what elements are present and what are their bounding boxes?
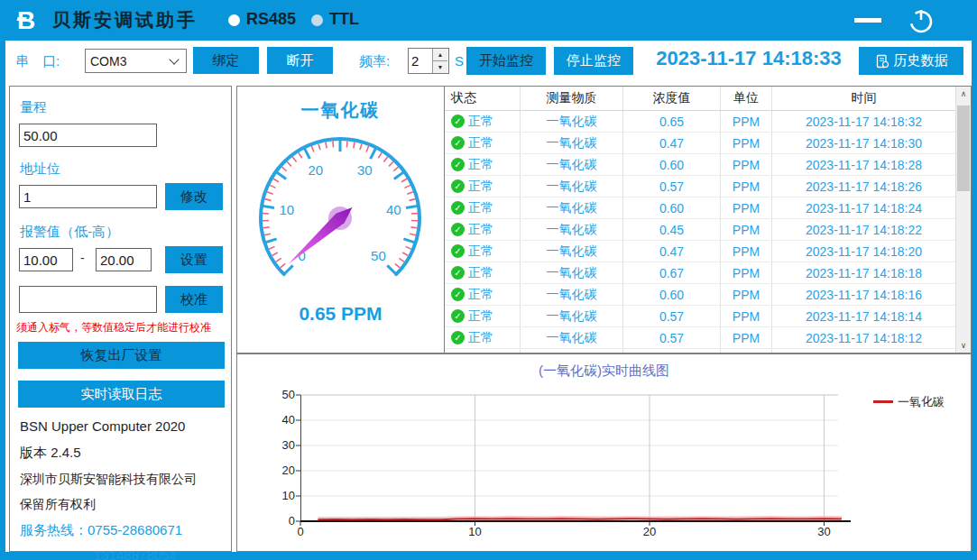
stop-monitor-button[interactable]: 停止监控 bbox=[554, 47, 633, 75]
status-text: 正常 bbox=[468, 114, 493, 130]
table-row: ✓ 正常 一氧化碳 0.57 PPM 2023-11-17 14:18:26 bbox=[445, 176, 955, 197]
header-value: 浓度值 bbox=[623, 87, 721, 110]
cell-value: 0.47 bbox=[623, 241, 721, 262]
calibration-note: 须通入标气，等数值稳定后才能进行校准 bbox=[16, 320, 211, 335]
read-log-button[interactable]: 实时读取日志 bbox=[18, 381, 225, 408]
spinner-up-button[interactable]: ▲ bbox=[433, 49, 447, 60]
legend-label: 一氧化碳 bbox=[898, 394, 945, 410]
alarm-low-input[interactable] bbox=[19, 248, 73, 271]
svg-text:40: 40 bbox=[386, 202, 401, 217]
factory-reset-button[interactable]: 恢复出厂设置 bbox=[18, 342, 225, 369]
set-button[interactable]: 设置 bbox=[165, 246, 223, 273]
status-ok-icon: ✓ bbox=[451, 288, 465, 301]
calibration-input[interactable] bbox=[19, 286, 157, 313]
gauge-panel: 一氧化碳 01020304050 0.65 PPM bbox=[236, 86, 445, 353]
table-row: ✓ 正常 一氧化碳 0.60 PPM 2023-11-17 14:18:16 bbox=[445, 284, 955, 306]
history-data-button[interactable]: 历史数据 bbox=[859, 47, 963, 75]
status-text: 正常 bbox=[468, 157, 493, 173]
frequency-input[interactable] bbox=[409, 49, 432, 73]
cell-time: 2023-11-17 14:18:16 bbox=[772, 284, 955, 305]
cell-value: 0.47 bbox=[623, 133, 721, 153]
power-close-button[interactable] bbox=[907, 6, 936, 35]
cell-status: ✓ 正常 bbox=[445, 111, 521, 132]
status-ok-icon: ✓ bbox=[451, 201, 465, 215]
readings-table: 状态 测量物质 浓度值 单位 时间 ✓ 正常 一氧化碳 0.65 PPM 202… bbox=[444, 86, 972, 353]
service-hotline: 服务热线：0755-28680671 bbox=[20, 522, 182, 539]
cell-unit: PPM bbox=[721, 284, 772, 305]
rs485-radio-label[interactable]: RS485 bbox=[246, 10, 296, 29]
minimize-icon bbox=[854, 18, 881, 23]
table-row: ✓ bbox=[445, 349, 955, 353]
modify-button[interactable]: 修改 bbox=[165, 183, 223, 210]
ttl-radio[interactable] bbox=[311, 14, 323, 26]
status-text: 正常 bbox=[468, 200, 493, 216]
cell-time: 2023-11-17 14:18:12 bbox=[772, 327, 955, 348]
cell-unit: PPM bbox=[721, 241, 772, 262]
cell-substance: 一氧化碳 bbox=[521, 327, 623, 348]
cell-value: 0.45 bbox=[623, 219, 721, 240]
start-monitor-button[interactable]: 开始监控 bbox=[466, 47, 546, 75]
settings-panel: 量程 地址位 修改 报警值（低-高） - 设置 校准 须通入标气，等数值稳定后才… bbox=[9, 86, 232, 552]
scrollbar-thumb[interactable] bbox=[957, 106, 970, 191]
cell-substance: 一氧化碳 bbox=[521, 154, 623, 175]
y-axis-tick-label: 20 bbox=[270, 464, 295, 477]
title-bar: B 贝斯安调试助手 RS485 TTL bbox=[0, 0, 977, 41]
y-axis-tick-label: 10 bbox=[270, 489, 295, 502]
port-select[interactable]: COM3 bbox=[85, 49, 187, 73]
cell-value: 0.60 bbox=[623, 284, 721, 305]
x-axis-tick-label: 20 bbox=[636, 525, 663, 538]
table-body: ✓ 正常 一氧化碳 0.65 PPM 2023-11-17 14:18:32 ✓… bbox=[445, 111, 955, 353]
cell-value: 0.57 bbox=[623, 306, 721, 326]
status-text: 正常 bbox=[468, 243, 493, 260]
status-ok-icon: ✓ bbox=[451, 223, 465, 236]
table-header: 状态 测量物质 浓度值 单位 时间 bbox=[445, 87, 955, 111]
gauge-title: 一氧化碳 bbox=[237, 98, 444, 123]
status-ok-icon: ✓ bbox=[451, 115, 465, 128]
cell-status: ✓ 正常 bbox=[445, 327, 521, 348]
table-row: ✓ 正常 一氧化碳 0.60 PPM 2023-11-17 14:18:24 bbox=[445, 197, 955, 219]
service-mobile: 13148878054 bbox=[94, 547, 177, 560]
x-axis-tick-label: 0 bbox=[287, 525, 314, 538]
scroll-down-icon[interactable]: ∨ bbox=[956, 338, 971, 353]
chevron-down-icon bbox=[169, 54, 179, 64]
y-axis-tick-label: 50 bbox=[270, 388, 295, 401]
y-axis-tick-label: 40 bbox=[270, 413, 295, 427]
cell-status: ✓ 正常 bbox=[445, 241, 521, 262]
y-axis-tick-label: 30 bbox=[270, 438, 295, 452]
table-scrollbar[interactable]: ∧ ∨ bbox=[955, 87, 971, 353]
ttl-radio-label[interactable]: TTL bbox=[329, 10, 359, 29]
scroll-up-icon[interactable]: ∧ bbox=[956, 87, 971, 101]
table-row: ✓ 正常 一氧化碳 0.47 PPM 2023-11-17 14:18:30 bbox=[445, 133, 955, 154]
cell-substance: 一氧化碳 bbox=[521, 176, 623, 197]
minimize-button[interactable] bbox=[848, 7, 888, 32]
cell-unit bbox=[721, 349, 772, 353]
range-input[interactable] bbox=[19, 124, 157, 147]
alarm-high-input[interactable] bbox=[96, 248, 152, 271]
status-text: 正常 bbox=[468, 308, 493, 325]
cell-unit: PPM bbox=[721, 197, 772, 218]
rs485-radio[interactable] bbox=[228, 14, 240, 26]
table-row: ✓ 正常 一氧化碳 0.67 PPM 2023-11-17 14:18:18 bbox=[445, 262, 955, 284]
svg-text:20: 20 bbox=[308, 162, 323, 178]
calibrate-button[interactable]: 校准 bbox=[165, 286, 223, 313]
disconnect-button[interactable]: 断开 bbox=[267, 47, 333, 74]
cell-substance bbox=[521, 349, 623, 353]
x-axis-tick-label: 10 bbox=[462, 525, 489, 538]
cell-substance: 一氧化碳 bbox=[521, 197, 623, 218]
cell-substance: 一氧化碳 bbox=[521, 219, 623, 240]
table-row: ✓ 正常 一氧化碳 0.60 PPM 2023-11-17 14:18:28 bbox=[445, 154, 955, 176]
status-text: 正常 bbox=[468, 330, 493, 346]
cell-substance: 一氧化碳 bbox=[521, 306, 623, 326]
spinner-down-button[interactable]: ▼ bbox=[433, 60, 447, 73]
status-ok-icon: ✓ bbox=[451, 331, 465, 344]
status-ok-icon: ✓ bbox=[451, 244, 465, 258]
table-row: ✓ 正常 一氧化碳 0.57 PPM 2023-11-17 14:18:12 bbox=[445, 327, 955, 349]
address-input[interactable] bbox=[19, 185, 157, 208]
about-version: 版本 2.4.5 bbox=[20, 445, 81, 462]
cell-value: 0.60 bbox=[623, 197, 721, 218]
bind-button[interactable]: 绑定 bbox=[193, 47, 259, 74]
cell-status: ✓ 正常 bbox=[445, 262, 521, 283]
address-label: 地址位 bbox=[20, 161, 60, 178]
cell-value: 0.67 bbox=[623, 262, 721, 283]
table-row: ✓ 正常 一氧化碳 0.57 PPM 2023-11-17 14:18:14 bbox=[445, 306, 955, 327]
